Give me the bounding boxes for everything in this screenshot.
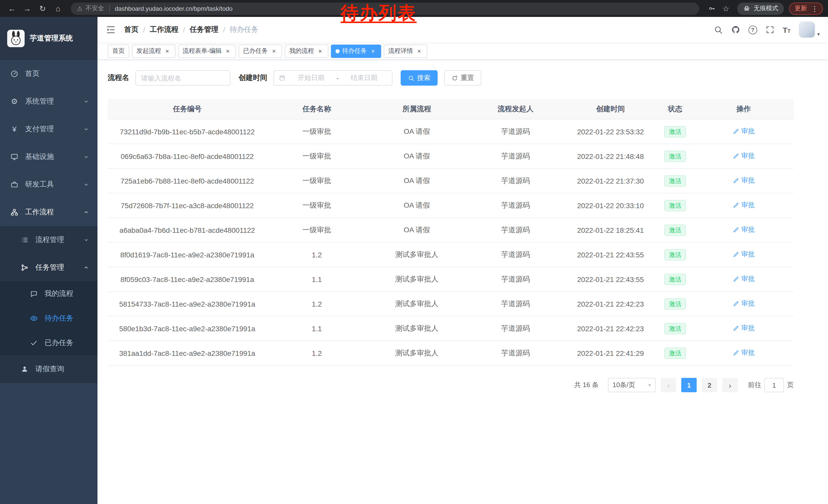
browser-reload-icon[interactable]: ↻	[36, 2, 49, 15]
tab-start-process[interactable]: 发起流程 ×	[132, 44, 175, 58]
tab-my-process[interactable]: 我的流程 ×	[285, 44, 328, 58]
sidebar-item-home[interactable]: 首页	[0, 60, 97, 88]
sidebar-item-label: 任务管理	[35, 263, 64, 272]
approve-link[interactable]: 审批	[733, 201, 755, 210]
cell-process: 测试多审批人	[367, 250, 467, 259]
browser-menu-icon[interactable]: ⋮	[810, 4, 820, 12]
sidebar-item-devtools[interactable]: 研发工具	[0, 171, 97, 198]
approve-link[interactable]: 审批	[733, 250, 755, 259]
approve-link[interactable]: 审批	[733, 275, 755, 284]
sidebar-item-system[interactable]: ⚙ 系统管理	[0, 88, 97, 116]
font-small-glyph: T	[787, 29, 791, 34]
cell-task-id: 069c6a63-7b8a-11ec-8ef0-acde48001122	[108, 152, 267, 160]
app-logo[interactable]: 芋道管理系统	[0, 17, 97, 60]
approve-link[interactable]: 审批	[733, 151, 755, 161]
goto-page-input[interactable]	[764, 378, 784, 392]
approve-link[interactable]: 审批	[733, 127, 755, 136]
chevron-down-icon	[83, 154, 89, 160]
sidebar-item-payment[interactable]: ¥ 支付管理	[0, 116, 97, 143]
search-button[interactable]: 搜索	[401, 70, 438, 86]
tab-done-task[interactable]: 已办任务 ×	[239, 44, 282, 58]
address-bar[interactable]: ⚠ 不安全 dashboard.yudao.iocoder.cn/bpm/tas…	[71, 2, 699, 15]
page-size-select[interactable]: 10条/页 ▾	[608, 378, 656, 392]
tab-close-icon[interactable]: ×	[317, 47, 324, 55]
cell-actions: 审批	[694, 349, 794, 358]
sidebar-item-my-process[interactable]: 我的流程	[0, 281, 97, 306]
cell-starter: 芋道源码	[467, 127, 564, 136]
sidebar-item-done-task[interactable]: 已办任务	[0, 331, 97, 355]
chevron-down-icon	[83, 237, 89, 243]
approve-link-label: 审批	[741, 201, 755, 210]
tab-close-icon[interactable]: ×	[224, 47, 232, 55]
password-key-icon[interactable]	[705, 2, 718, 15]
cell-task-name: 1.1	[267, 275, 367, 283]
filter-form: 流程名 创建时间 开始日期 - 结束日期	[108, 70, 818, 86]
tab-close-icon[interactable]: ×	[164, 47, 171, 55]
avatar[interactable]	[799, 21, 815, 38]
page-number-2[interactable]: 2	[702, 378, 717, 392]
approve-link[interactable]: 审批	[733, 324, 755, 333]
sidebar-item-workflow[interactable]: 工作流程	[0, 198, 97, 226]
update-label: 更新	[795, 4, 807, 13]
sidebar-collapse-icon[interactable]	[106, 25, 116, 35]
tab-todo-task[interactable]: 待办任务 ×	[331, 44, 381, 58]
approve-link[interactable]: 审批	[733, 225, 755, 235]
refresh-icon	[451, 75, 458, 81]
process-name-input[interactable]	[141, 74, 225, 82]
status-badge: 激活	[664, 200, 686, 211]
search-icon[interactable]	[713, 25, 722, 34]
approve-link[interactable]: 审批	[733, 176, 755, 185]
sidebar-item-label: 请假查询	[35, 365, 64, 374]
dashboard-icon	[10, 70, 18, 78]
browser-home-icon[interactable]: ⌂	[51, 2, 65, 15]
approve-link-label: 审批	[741, 349, 755, 358]
approve-link-label: 审批	[741, 275, 755, 284]
tab-close-icon[interactable]: ×	[271, 47, 278, 55]
cell-task-id: 58154733-7ac8-11ec-a9e2-a2380e71991a	[108, 300, 267, 308]
tab-close-icon[interactable]: ×	[369, 47, 377, 55]
tab-close-icon[interactable]: ×	[416, 47, 423, 55]
user-menu[interactable]: ▾	[799, 21, 820, 38]
fullscreen-icon[interactable]	[765, 25, 774, 34]
cell-task-name: 1.2	[267, 349, 367, 357]
message-icon	[30, 290, 38, 298]
page-number-1[interactable]: 1	[681, 378, 697, 392]
browser-update-button[interactable]: 更新 ⋮	[789, 2, 823, 15]
approve-link[interactable]: 审批	[733, 299, 755, 308]
approve-link[interactable]: 审批	[733, 349, 755, 358]
sidebar-item-leave-query[interactable]: 请假查询	[0, 355, 97, 383]
sidebar-item-process-mgmt[interactable]: 流程管理	[0, 226, 97, 254]
sidebar-item-infra[interactable]: 基础设施	[0, 143, 97, 171]
status-badge: 激活	[664, 249, 686, 260]
tab-form-edit[interactable]: 流程表单-编辑 ×	[178, 44, 236, 58]
sidebar-item-todo-task[interactable]: 待办任务	[0, 306, 97, 331]
cell-task-name: 一级审批	[267, 201, 367, 210]
font-size-icon[interactable]: TT	[783, 26, 791, 34]
next-page-button[interactable]: ›	[722, 378, 738, 392]
prev-page-button[interactable]: ‹	[661, 378, 676, 392]
tabs-bar: 首页 发起流程 × 流程表单-编辑 × 已办任务 × 我的流程 ×	[97, 43, 828, 60]
cell-process: OA 请假	[367, 225, 467, 235]
cell-starter: 芋道源码	[467, 299, 564, 308]
browser-forward-icon[interactable]: →	[20, 2, 34, 15]
browser-back-icon[interactable]: ←	[5, 2, 18, 15]
incognito-label: 无痕模式	[754, 4, 778, 13]
cell-task-name: 1.2	[267, 300, 367, 308]
sidebar-item-task-mgmt[interactable]: 任务管理	[0, 254, 97, 281]
breadcrumb-task-mgmt[interactable]: 任务管理	[190, 25, 218, 34]
page-unit-label: 页	[787, 380, 794, 390]
github-icon[interactable]	[731, 25, 740, 34]
tab-home[interactable]: 首页	[108, 44, 129, 58]
incognito-badge[interactable]: 无痕模式	[737, 2, 784, 15]
process-name-input-wrap	[135, 70, 230, 86]
breadcrumb-home[interactable]: 首页	[124, 25, 138, 34]
approve-link-label: 审批	[741, 225, 755, 235]
reset-button[interactable]: 重置	[444, 70, 481, 86]
help-icon[interactable]: ?	[748, 26, 757, 34]
breadcrumb-workflow[interactable]: 工作流程	[150, 25, 178, 34]
bookmark-star-icon[interactable]: ☆	[720, 2, 732, 15]
cell-task-id: 580e1b3d-7ac8-11ec-a9e2-a2380e71991a	[108, 324, 267, 332]
tab-process-detail[interactable]: 流程详情 ×	[384, 44, 427, 58]
cell-task-id: 381aa1dd-7ac8-11ec-a9e2-a2380e71991a	[108, 349, 267, 357]
date-range-picker[interactable]: 开始日期 - 结束日期	[274, 70, 392, 86]
